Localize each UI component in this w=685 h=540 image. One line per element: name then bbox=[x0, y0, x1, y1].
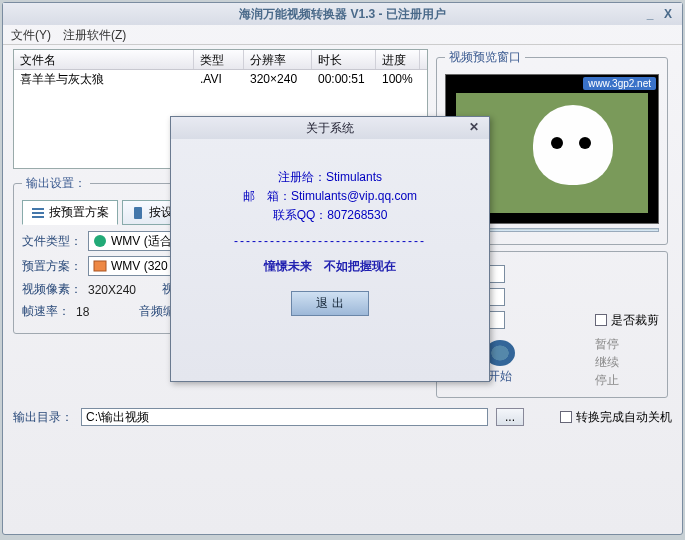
minimize-icon[interactable]: _ bbox=[642, 7, 658, 21]
tab-preset[interactable]: 按预置方案 bbox=[22, 200, 118, 225]
col-res[interactable]: 分辨率 bbox=[244, 50, 312, 69]
table-row[interactable]: 喜羊羊与灰太狼 .AVI 320×240 00:00:51 100% bbox=[14, 70, 427, 88]
outdir-input[interactable]: C:\输出视频 bbox=[81, 408, 488, 426]
watermark-badge: www.3gp2.net bbox=[583, 77, 656, 90]
titlebar: 海润万能视频转换器 V1.3 - 已注册用户 _ X bbox=[3, 3, 682, 25]
regto-value: Stimulants bbox=[326, 170, 382, 184]
pause-button[interactable]: 暂停 bbox=[595, 335, 619, 353]
checkbox-icon bbox=[595, 314, 607, 326]
svg-rect-2 bbox=[32, 216, 44, 218]
svg-rect-3 bbox=[134, 207, 142, 219]
menu-register[interactable]: 注册软件(Z) bbox=[63, 27, 126, 42]
checkbox-icon bbox=[560, 411, 572, 423]
svg-rect-1 bbox=[32, 212, 44, 214]
cell-prog: 100% bbox=[376, 70, 420, 88]
crop-checkbox[interactable]: 是否裁剪 bbox=[595, 312, 659, 329]
filetype-label: 文件类型： bbox=[22, 233, 82, 250]
col-dur[interactable]: 时长 bbox=[312, 50, 376, 69]
qq-label: 联系QQ： bbox=[273, 208, 328, 222]
svg-rect-0 bbox=[32, 208, 44, 210]
tab-preset-label: 按预置方案 bbox=[49, 204, 109, 221]
menu-file[interactable]: 文件(Y) bbox=[11, 27, 51, 42]
motto-text: 憧憬未来 不如把握现在 bbox=[191, 258, 469, 275]
preview-legend: 视频预览窗口 bbox=[445, 49, 525, 66]
preset-icon bbox=[93, 259, 107, 273]
col-name[interactable]: 文件名 bbox=[14, 50, 194, 69]
shutdown-label: 转换完成自动关机 bbox=[576, 409, 672, 426]
list-icon bbox=[31, 206, 45, 220]
device-icon bbox=[131, 206, 145, 220]
pixel-label: 视频像素： bbox=[22, 281, 82, 298]
stop-button[interactable]: 停止 bbox=[595, 371, 619, 389]
dialog-close-icon[interactable]: ✕ bbox=[469, 120, 485, 136]
about-dialog: 关于系统 ✕ 注册给：Stimulants 邮 箱：Stimulants@vip… bbox=[170, 116, 490, 382]
resume-button[interactable]: 继续 bbox=[595, 353, 619, 371]
cell-dur: 00:00:51 bbox=[312, 70, 376, 88]
qq-value: 807268530 bbox=[327, 208, 387, 222]
browse-button[interactable]: ... bbox=[496, 408, 524, 426]
pixel-value: 320X240 bbox=[88, 283, 136, 297]
svg-point-4 bbox=[94, 235, 106, 247]
cell-name: 喜羊羊与灰太狼 bbox=[14, 70, 194, 88]
exit-button[interactable]: 退 出 bbox=[291, 291, 368, 316]
filetype-value: WMV (适合 bbox=[111, 233, 172, 250]
regto-label: 注册给： bbox=[278, 170, 326, 184]
outdir-label: 输出目录： bbox=[13, 409, 73, 426]
window-title: 海润万能视频转换器 V1.3 - 已注册用户 bbox=[9, 6, 676, 23]
crop-label: 是否裁剪 bbox=[611, 312, 659, 329]
start-label: 开始 bbox=[488, 368, 512, 385]
menubar: 文件(Y) 注册软件(Z) bbox=[3, 25, 682, 45]
dialog-titlebar: 关于系统 ✕ bbox=[171, 117, 489, 139]
divider: -------------------------------- bbox=[191, 234, 469, 248]
close-icon[interactable]: X bbox=[660, 7, 676, 21]
mail-label: 邮 箱： bbox=[243, 189, 291, 203]
output-legend: 输出设置： bbox=[22, 175, 90, 192]
svg-rect-5 bbox=[94, 261, 106, 271]
col-type[interactable]: 类型 bbox=[194, 50, 244, 69]
fps-value: 18 bbox=[76, 305, 89, 319]
preset-value: WMV (320 bbox=[111, 259, 168, 273]
cell-type: .AVI bbox=[194, 70, 244, 88]
mail-value: Stimulants@vip.qq.com bbox=[291, 189, 417, 203]
cell-res: 320×240 bbox=[244, 70, 312, 88]
fps-label: 帧速率： bbox=[22, 303, 70, 320]
secondary-actions: 暂停 继续 停止 bbox=[595, 335, 619, 389]
dialog-title: 关于系统 bbox=[306, 120, 354, 137]
preset-label: 预置方案： bbox=[22, 258, 82, 275]
col-prog[interactable]: 进度 bbox=[376, 50, 420, 69]
wmv-icon bbox=[93, 234, 107, 248]
shutdown-checkbox[interactable]: 转换完成自动关机 bbox=[560, 409, 672, 426]
